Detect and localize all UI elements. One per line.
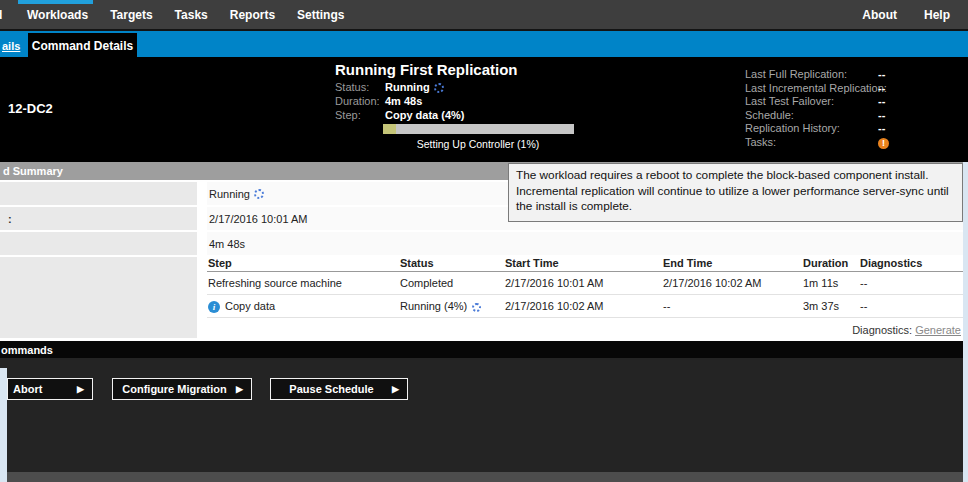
tab-command-details[interactable]: Command Details — [28, 33, 137, 59]
tasks-tooltip: The workload requires a reboot to comple… — [508, 163, 963, 222]
schedule-value: -- — [878, 109, 885, 121]
generate-diagnostics-link[interactable]: Generate — [915, 324, 961, 336]
duration-row: Duration:4m 48s — [335, 95, 422, 107]
spinner-icon — [434, 83, 444, 93]
step-value: Copy data (4%) — [385, 109, 464, 121]
configure-migration-button[interactable]: Configure Migration ▶ — [112, 378, 252, 400]
footer-bar — [7, 472, 963, 482]
abort-button[interactable]: Abort ▶ — [7, 378, 93, 400]
status-value: Running — [385, 81, 430, 93]
nav-item-fragment[interactable]: d — [0, 0, 4, 29]
schedule-label: Schedule: — [745, 109, 794, 121]
col-duration: Duration — [803, 257, 860, 269]
nav-item-tasks[interactable]: Tasks — [164, 8, 219, 22]
summary-duration-value: 4m 48s — [207, 232, 963, 255]
nav-item-about[interactable]: About — [862, 8, 897, 22]
arrow-right-icon: ▶ — [392, 384, 399, 394]
command-title: Running First Replication — [335, 61, 518, 78]
last-full-replication-value: -- — [878, 68, 885, 80]
diagnostics-label: Diagnostics: — [852, 324, 912, 336]
page-background-strip — [0, 368, 7, 482]
warning-icon[interactable]: ! — [878, 138, 889, 149]
workload-hostname: 12-DC2 — [8, 101, 53, 116]
cell-status: Running (4%) — [400, 300, 505, 312]
steps-table-header: Step Status Start Time End Time Duration… — [207, 255, 963, 272]
nav-items: Workloads Targets Tasks Reports Settings — [16, 0, 355, 29]
tasks-label: Tasks: — [745, 136, 776, 148]
replication-history-row: Replication History: -- — [745, 122, 960, 134]
pause-schedule-button[interactable]: Pause Schedule ▶ — [270, 378, 408, 400]
pause-schedule-button-label: Pause Schedule — [271, 383, 392, 395]
col-start-time: Start Time — [505, 257, 663, 269]
duration-label: Duration: — [335, 95, 385, 107]
status-label: Status: — [335, 81, 385, 93]
duration-value: 4m 48s — [385, 95, 422, 107]
tab-details-fragment[interactable]: ails — [2, 40, 20, 52]
progress-fill — [383, 124, 396, 134]
last-incremental-replication-value: -- — [878, 82, 885, 94]
schedule-row: Schedule: -- — [745, 109, 960, 121]
nav-item-workloads[interactable]: Workloads — [16, 8, 99, 22]
last-incremental-replication-label: Last Incremental Replication: — [745, 82, 887, 94]
nav-right: About Help — [862, 0, 950, 29]
tasks-row: Tasks: ! — [745, 136, 960, 148]
nav-item-help[interactable]: Help — [924, 8, 950, 22]
cell-step: Refreshing source machine — [208, 277, 400, 289]
col-step: Step — [208, 257, 400, 269]
cell-step-text: Copy data — [225, 300, 275, 312]
cell-start: 2/17/2016 10:01 AM — [505, 277, 663, 289]
col-end-time: End Time — [663, 257, 803, 269]
progress-sublabel: Setting Up Controller (1%) — [417, 138, 540, 150]
cell-end: -- — [663, 300, 803, 312]
progress-bar — [383, 124, 574, 134]
summary-start-label: : — [0, 207, 197, 230]
cell-start: 2/17/2016 10:02 AM — [505, 300, 663, 312]
last-incremental-replication-row: Last Incremental Replication: -- — [745, 82, 960, 94]
nav-item-targets[interactable]: Targets — [99, 8, 163, 22]
summary-status-text: Running — [209, 188, 250, 200]
commands-section-header: ommands — [0, 341, 963, 358]
cell-end: 2/17/2016 10:02 AM — [663, 277, 803, 289]
col-diagnostics: Diagnostics — [860, 257, 963, 269]
info-icon[interactable]: i — [208, 301, 220, 313]
nav-item-settings[interactable]: Settings — [286, 8, 355, 22]
spinner-icon — [254, 189, 264, 199]
status-row: Status:Running — [335, 81, 444, 93]
table-row: iCopy data Running (4%) 2/17/2016 10:02 … — [207, 295, 963, 318]
cell-diagnostics: -- — [860, 277, 963, 289]
summary-duration-label — [0, 232, 197, 255]
replication-history-value: -- — [878, 122, 885, 134]
last-full-replication-row: Last Full Replication: -- — [745, 68, 960, 80]
cell-status-text: Running (4%) — [400, 300, 467, 312]
nav-item-reports[interactable]: Reports — [219, 8, 286, 22]
cell-duration: 1m 11s — [803, 277, 860, 289]
commands-section: Abort ▶ Configure Migration ▶ Pause Sche… — [0, 358, 963, 472]
col-status: Status — [400, 257, 505, 269]
replication-history-label: Replication History: — [745, 122, 840, 134]
top-navbar: d Workloads Targets Tasks Reports Settin… — [0, 0, 968, 29]
tasks-warning-icon-wrap: ! — [878, 136, 889, 149]
last-test-failover-row: Last Test Failover: -- — [745, 95, 960, 107]
cell-duration: 3m 37s — [803, 300, 860, 312]
summary-duration-row: 4m 48s — [0, 232, 963, 255]
replication-header: 12-DC2 Running First Replication Status:… — [0, 57, 968, 162]
steps-table: Step Status Start Time End Time Duration… — [207, 255, 963, 318]
step-label: Step: — [335, 109, 385, 121]
cell-step: iCopy data — [208, 300, 400, 313]
arrow-right-icon: ▶ — [77, 384, 84, 394]
table-row: Refreshing source machine Completed 2/17… — [207, 272, 963, 295]
summary-status-label — [0, 182, 197, 205]
abort-button-label: Abort — [8, 383, 77, 395]
arrow-right-icon: ▶ — [236, 384, 243, 394]
last-test-failover-label: Last Test Failover: — [745, 95, 834, 107]
diagnostics-generate-line: Diagnostics: Generate — [852, 324, 961, 336]
cell-status: Completed — [400, 277, 505, 289]
spinner-icon — [472, 303, 481, 312]
last-full-replication-label: Last Full Replication: — [745, 68, 847, 80]
last-test-failover-value: -- — [878, 95, 885, 107]
configure-migration-button-label: Configure Migration — [113, 383, 236, 395]
step-row: Step:Copy data (4%) — [335, 109, 464, 121]
summary-steps-label-cell — [0, 257, 197, 338]
tab-bar: ails Command Details — [0, 29, 968, 57]
cell-diagnostics: -- — [860, 300, 963, 312]
